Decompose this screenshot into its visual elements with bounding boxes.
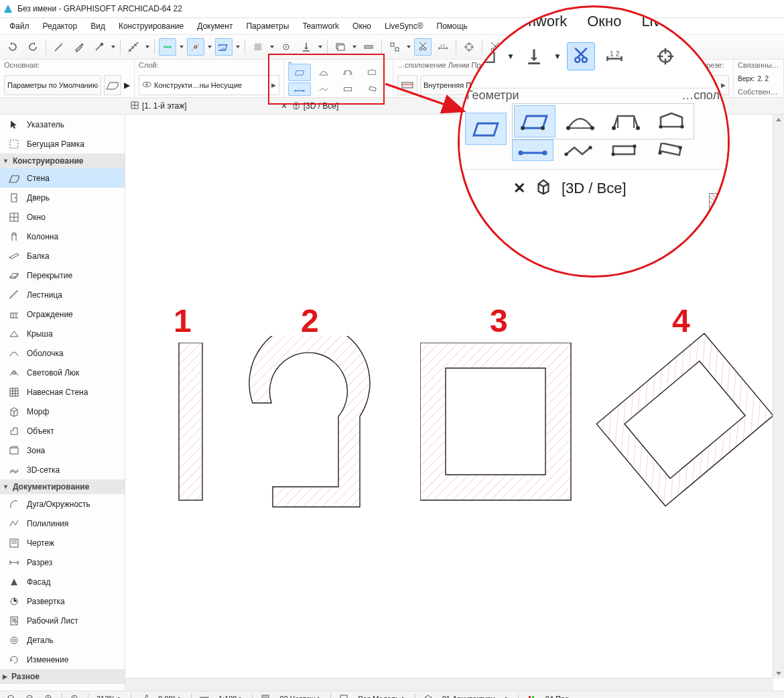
- drawing-combo[interactable]: 02 Чертеж▶: [275, 693, 326, 698]
- tool-wall[interactable]: Стена: [0, 168, 125, 188]
- tool-door[interactable]: Дверь: [0, 188, 125, 207]
- menu-teamwork[interactable]: Teamwork: [297, 19, 344, 33]
- tab-floorplan[interactable]: [1. 1-й этаж]: [126, 99, 191, 113]
- tool-arc[interactable]: Дуга/Окружность: [0, 494, 125, 514]
- geom-rotated-rect-button[interactable]: [361, 82, 383, 96]
- svg-point-80: [678, 146, 681, 149]
- menu-view[interactable]: Вид: [85, 19, 111, 33]
- chevron-right-icon[interactable]: ▶: [124, 80, 130, 90]
- syringe-button[interactable]: [90, 38, 108, 56]
- caret[interactable]: [352, 45, 357, 49]
- rotation-angle[interactable]: 0,00°▶: [154, 693, 187, 698]
- tool-elevation[interactable]: Фасад: [0, 572, 125, 591]
- element-snap-button[interactable]: [277, 38, 295, 56]
- tool-arrow[interactable]: Указатель: [0, 115, 125, 134]
- tool-stair[interactable]: Лестница: [0, 285, 125, 304]
- ref-line-icon[interactable]: [397, 75, 417, 95]
- zoom-percent[interactable]: 313%▶: [92, 693, 127, 698]
- geom-rect-button[interactable]: [336, 82, 359, 96]
- group-misc[interactable]: ▶ Разное: [0, 669, 125, 684]
- vertical-scrollbar[interactable]: [773, 115, 784, 679]
- menu-editor[interactable]: Редактор: [38, 19, 83, 33]
- caret[interactable]: [269, 45, 275, 49]
- tool-curtainwall[interactable]: Навесная Стена: [0, 382, 125, 402]
- geom-single-button[interactable]: [288, 82, 311, 96]
- grid-snap-button[interactable]: [249, 38, 267, 56]
- gravity-button[interactable]: [298, 38, 315, 56]
- caret[interactable]: [318, 45, 323, 49]
- tool-shell[interactable]: Оболочка: [0, 343, 125, 363]
- menu-window[interactable]: Окно: [347, 19, 377, 33]
- caret[interactable]: [145, 45, 150, 49]
- menu-help[interactable]: Помощь: [432, 19, 473, 33]
- caret[interactable]: [179, 45, 184, 49]
- tool-mesh[interactable]: 3D-сетка: [0, 460, 125, 479]
- measure-button[interactable]: [360, 38, 377, 56]
- guideline-button[interactable]: [159, 38, 176, 56]
- caret[interactable]: [207, 45, 212, 49]
- eyedropper-button[interactable]: [70, 38, 88, 56]
- tool-drawing[interactable]: Чертеж: [0, 533, 125, 552]
- caret[interactable]: [111, 45, 116, 49]
- menu-file[interactable]: Файл: [4, 19, 35, 33]
- wall-preview-icon[interactable]: [104, 75, 121, 95]
- trim-button[interactable]: [414, 38, 432, 56]
- geom-chain-button[interactable]: [312, 82, 335, 96]
- geom-curved-button[interactable]: [312, 64, 335, 81]
- close-icon[interactable]: ✕: [279, 101, 289, 111]
- zoom-out-button[interactable]: [21, 693, 39, 698]
- zoom-previous-button[interactable]: [66, 693, 84, 698]
- tool-marquee[interactable]: Бегущая Рамка: [0, 134, 125, 154]
- penset-combo[interactable]: 04 Про: [541, 693, 573, 698]
- snap-guide-button[interactable]: [187, 38, 204, 56]
- layer-button[interactable]: [332, 38, 349, 56]
- tool-beam[interactable]: Балка: [0, 246, 125, 266]
- tool-skylight[interactable]: Световой Люк: [0, 363, 125, 382]
- redo-button[interactable]: [24, 38, 42, 56]
- tool-object[interactable]: Объект: [0, 421, 125, 441]
- svg-point-45: [27, 695, 32, 698]
- geom-polygon-button[interactable]: [361, 64, 383, 81]
- layerset-combo[interactable]: 01 Архитектурн…▶: [438, 693, 514, 698]
- scale-value[interactable]: 1:100▶: [214, 693, 249, 698]
- suspend-group-button[interactable]: [386, 38, 403, 56]
- menu-options[interactable]: Параметры: [241, 19, 294, 33]
- geom-trapezoid-button[interactable]: [336, 64, 359, 81]
- zoom-in-button[interactable]: [40, 693, 58, 698]
- group-document[interactable]: ▼ Документирование: [0, 479, 125, 494]
- caret[interactable]: [235, 45, 241, 49]
- model-combo[interactable]: Вся Модель▶: [354, 693, 410, 698]
- menu-document[interactable]: Документ: [192, 19, 238, 33]
- tool-interior-elevation[interactable]: Развертка: [0, 591, 125, 611]
- magic-wand-button[interactable]: [50, 38, 68, 56]
- tool-roof[interactable]: Крыша: [0, 324, 125, 343]
- tool-slab[interactable]: Перекрытие: [0, 266, 125, 285]
- tool-railing[interactable]: Ограждение: [0, 304, 125, 324]
- scroll-down-icon[interactable]: [775, 669, 783, 677]
- horizontal-scrollbar[interactable]: [125, 678, 773, 691]
- tab-3d[interactable]: ✕ [3D / Все]: [275, 99, 343, 113]
- zoom-fit-button[interactable]: [3, 693, 20, 698]
- tool-detail[interactable]: Деталь: [0, 630, 125, 650]
- tool-window[interactable]: Окно: [0, 207, 125, 227]
- geom-straight-button[interactable]: [288, 64, 311, 81]
- tool-column[interactable]: Колонна: [0, 227, 125, 246]
- caret[interactable]: [406, 45, 411, 49]
- default-params-button[interactable]: Параметры по Умолчанию: [4, 75, 101, 95]
- tool-section[interactable]: Разрез: [0, 552, 125, 572]
- coord-plane-button[interactable]: xy: [215, 38, 233, 56]
- target-button[interactable]: [460, 38, 478, 56]
- layer-combo[interactable]: Конструкти…ны Несущие ▶: [139, 75, 279, 95]
- tool-zone[interactable]: Зона: [0, 441, 125, 460]
- tool-change[interactable]: Изменение: [0, 650, 125, 669]
- group-design[interactable]: ▼ Конструирование: [0, 154, 125, 168]
- scroll-up-icon[interactable]: [775, 116, 783, 124]
- menu-livesync[interactable]: LiveSync®: [379, 19, 429, 33]
- undo-button[interactable]: [4, 38, 21, 56]
- ruler-button[interactable]: [125, 38, 142, 56]
- tool-polyline[interactable]: Полилиния: [0, 514, 125, 533]
- tool-worksheet[interactable]: Рабочий Лист: [0, 611, 125, 630]
- tool-morph[interactable]: Морф: [0, 402, 125, 421]
- menu-design[interactable]: Конструирование: [113, 19, 189, 33]
- dimension-button[interactable]: 1 2: [434, 38, 452, 56]
